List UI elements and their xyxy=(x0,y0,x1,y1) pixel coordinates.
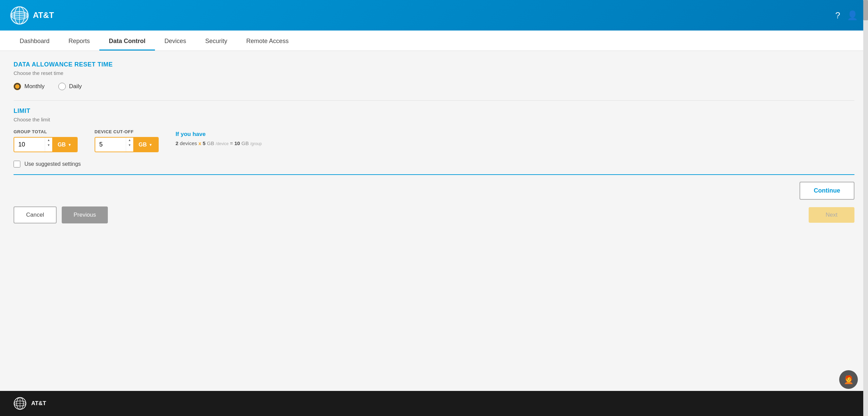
info-devices-label: devices xyxy=(180,140,198,146)
user-icon[interactable]: 👤 xyxy=(847,10,858,21)
info-per-device: /device xyxy=(216,141,229,146)
info-gb-group: GB xyxy=(241,140,249,146)
radio-daily[interactable]: Daily xyxy=(58,83,82,90)
device-cutoff-unit-btn[interactable]: GB xyxy=(133,138,158,152)
footer: AT&T xyxy=(0,391,868,416)
header-icons: ? 👤 xyxy=(835,10,858,21)
logo-area: AT&T xyxy=(10,6,78,25)
device-cutoff-spinner: ▲ ▼ xyxy=(126,138,133,152)
chat-icon: 🧑‍🦰 xyxy=(844,375,854,384)
group-total-spinner: ▲ ▼ xyxy=(45,138,52,152)
scrollbar-track[interactable] xyxy=(863,0,868,416)
info-per-group: /group xyxy=(250,141,262,146)
limit-title: LIMIT xyxy=(14,107,854,115)
device-cutoff-up[interactable]: ▲ xyxy=(126,138,133,143)
help-icon[interactable]: ? xyxy=(835,10,840,21)
nav-item-data-control[interactable]: Data Control xyxy=(99,33,155,51)
radio-monthly[interactable]: Monthly xyxy=(14,83,45,90)
device-cutoff-down[interactable]: ▼ xyxy=(126,143,133,148)
reset-time-subtitle: Choose the reset time xyxy=(14,70,854,76)
bottom-actions: Cancel Previous Next xyxy=(14,206,854,223)
info-text: If you have 2 devices x 5 GB /device = 1… xyxy=(176,131,262,146)
group-total-field: GROUP TOTAL ▲ ▼ GB xyxy=(14,129,78,152)
info-title: If you have xyxy=(176,131,262,138)
suggested-settings-label: Use suggested settings xyxy=(24,161,81,167)
device-cutoff-input-group: ▲ ▼ GB xyxy=(95,137,159,152)
info-times: x xyxy=(198,140,201,146)
header: AT&T ? 👤 xyxy=(0,0,868,31)
group-total-input[interactable] xyxy=(14,138,45,152)
radio-monthly-input[interactable] xyxy=(14,83,21,90)
reset-time-options: Monthly Daily xyxy=(14,83,854,90)
nav-item-security[interactable]: Security xyxy=(196,33,237,51)
radio-monthly-label: Monthly xyxy=(24,83,45,90)
group-total-input-group: ▲ ▼ GB xyxy=(14,137,78,152)
nav-item-reports[interactable]: Reports xyxy=(59,33,99,51)
suggested-settings-checkbox[interactable] xyxy=(14,161,20,167)
nav-item-dashboard[interactable]: Dashboard xyxy=(10,33,59,51)
limit-section: LIMIT Choose the limit GROUP TOTAL ▲ ▼ G… xyxy=(14,107,854,152)
main-content: DATA ALLOWANCE RESET TIME Choose the res… xyxy=(0,51,868,391)
checkbox-row: Use suggested settings xyxy=(14,161,854,167)
section-divider-1 xyxy=(14,100,854,101)
info-total-value: 10 xyxy=(234,140,241,146)
previous-button[interactable]: Previous xyxy=(62,206,108,223)
device-cutoff-input[interactable] xyxy=(95,138,126,152)
group-total-up[interactable]: ▲ xyxy=(45,138,52,143)
device-cutoff-label: DEVICE CUT-OFF xyxy=(95,129,159,134)
continue-row: Continue xyxy=(14,182,854,200)
fields-row: GROUP TOTAL ▲ ▼ GB DEVICE CUT-OFF ▲ xyxy=(14,129,854,152)
radio-daily-input[interactable] xyxy=(58,83,66,90)
footer-logo-icon xyxy=(14,397,26,410)
next-button: Next xyxy=(809,207,854,223)
limit-subtitle: Choose the limit xyxy=(14,117,854,122)
device-cutoff-field: DEVICE CUT-OFF ▲ ▼ GB xyxy=(95,129,159,152)
group-total-unit-btn[interactable]: GB xyxy=(52,138,77,152)
info-cutoff-value: 5 xyxy=(203,140,207,146)
radio-daily-label: Daily xyxy=(69,83,82,90)
info-gb-label: GB xyxy=(207,140,214,146)
info-equals: = xyxy=(230,140,234,146)
left-actions: Cancel Previous xyxy=(14,206,108,223)
chat-bubble[interactable]: 🧑‍🦰 xyxy=(839,370,858,389)
continue-button[interactable]: Continue xyxy=(800,182,854,200)
scrollbar-thumb[interactable] xyxy=(863,0,868,20)
cancel-button[interactable]: Cancel xyxy=(14,206,57,223)
group-total-down[interactable]: ▼ xyxy=(45,143,52,148)
nav-item-devices[interactable]: Devices xyxy=(155,33,196,51)
info-formula: 2 devices x 5 GB /device = 10 GB /group xyxy=(176,140,262,146)
att-logo-icon xyxy=(10,6,29,25)
group-total-label: GROUP TOTAL xyxy=(14,129,78,134)
reset-time-title: DATA ALLOWANCE RESET TIME xyxy=(14,61,854,68)
brand-name: AT&T xyxy=(33,11,54,20)
reset-time-section: DATA ALLOWANCE RESET TIME Choose the res… xyxy=(14,61,854,90)
nav-item-remote-access[interactable]: Remote Access xyxy=(237,33,298,51)
footer-brand: AT&T xyxy=(31,400,46,407)
info-devices: 2 xyxy=(176,140,178,146)
content-divider xyxy=(14,174,854,175)
nav-bar: Dashboard Reports Data Control Devices S… xyxy=(0,31,868,51)
